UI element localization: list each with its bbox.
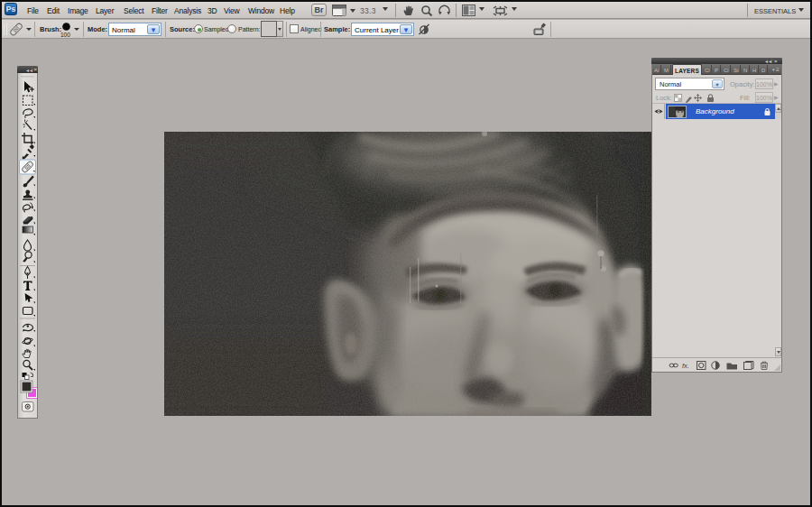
svg-text:fx.: fx. [682,362,689,370]
